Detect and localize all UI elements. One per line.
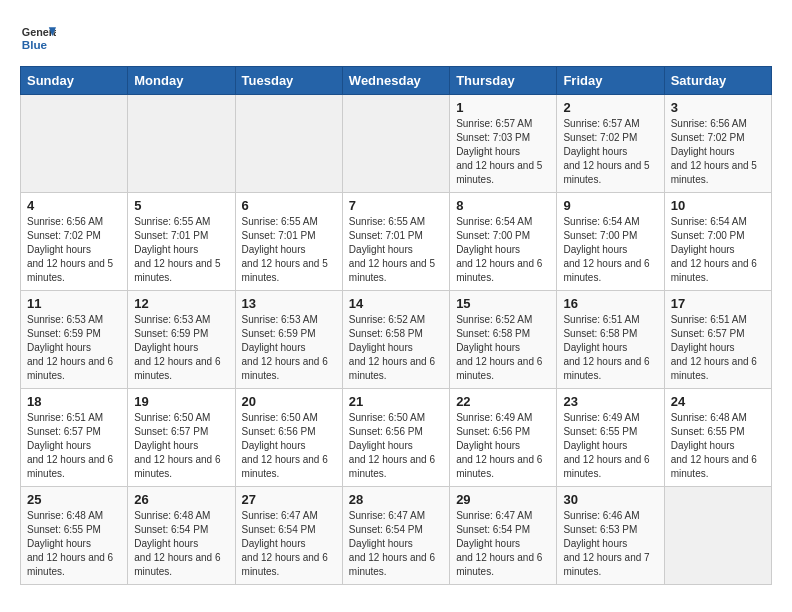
calendar-cell: 6 Sunrise: 6:55 AM Sunset: 7:01 PM Dayli…	[235, 193, 342, 291]
day-info: Sunrise: 6:53 AM Sunset: 6:59 PM Dayligh…	[242, 313, 336, 383]
calendar-cell: 14 Sunrise: 6:52 AM Sunset: 6:58 PM Dayl…	[342, 291, 449, 389]
day-number: 28	[349, 492, 443, 507]
calendar-cell: 13 Sunrise: 6:53 AM Sunset: 6:59 PM Dayl…	[235, 291, 342, 389]
calendar-cell: 20 Sunrise: 6:50 AM Sunset: 6:56 PM Dayl…	[235, 389, 342, 487]
day-number: 18	[27, 394, 121, 409]
day-info: Sunrise: 6:47 AM Sunset: 6:54 PM Dayligh…	[456, 509, 550, 579]
day-number: 21	[349, 394, 443, 409]
day-number: 16	[563, 296, 657, 311]
day-info: Sunrise: 6:53 AM Sunset: 6:59 PM Dayligh…	[27, 313, 121, 383]
day-info: Sunrise: 6:55 AM Sunset: 7:01 PM Dayligh…	[349, 215, 443, 285]
day-number: 5	[134, 198, 228, 213]
day-info: Sunrise: 6:55 AM Sunset: 7:01 PM Dayligh…	[242, 215, 336, 285]
calendar-table: SundayMondayTuesdayWednesdayThursdayFrid…	[20, 66, 772, 585]
calendar-cell: 28 Sunrise: 6:47 AM Sunset: 6:54 PM Dayl…	[342, 487, 449, 585]
logo-icon: General Blue	[20, 20, 56, 56]
calendar-cell: 8 Sunrise: 6:54 AM Sunset: 7:00 PM Dayli…	[450, 193, 557, 291]
day-info: Sunrise: 6:49 AM Sunset: 6:55 PM Dayligh…	[563, 411, 657, 481]
column-header-thursday: Thursday	[450, 67, 557, 95]
day-number: 15	[456, 296, 550, 311]
day-number: 12	[134, 296, 228, 311]
calendar-cell: 17 Sunrise: 6:51 AM Sunset: 6:57 PM Dayl…	[664, 291, 771, 389]
day-info: Sunrise: 6:52 AM Sunset: 6:58 PM Dayligh…	[456, 313, 550, 383]
day-info: Sunrise: 6:50 AM Sunset: 6:56 PM Dayligh…	[242, 411, 336, 481]
column-header-saturday: Saturday	[664, 67, 771, 95]
calendar-cell: 27 Sunrise: 6:47 AM Sunset: 6:54 PM Dayl…	[235, 487, 342, 585]
calendar-cell	[664, 487, 771, 585]
day-info: Sunrise: 6:46 AM Sunset: 6:53 PM Dayligh…	[563, 509, 657, 579]
column-header-friday: Friday	[557, 67, 664, 95]
calendar-cell: 29 Sunrise: 6:47 AM Sunset: 6:54 PM Dayl…	[450, 487, 557, 585]
day-number: 30	[563, 492, 657, 507]
day-number: 1	[456, 100, 550, 115]
day-info: Sunrise: 6:47 AM Sunset: 6:54 PM Dayligh…	[349, 509, 443, 579]
calendar-cell: 25 Sunrise: 6:48 AM Sunset: 6:55 PM Dayl…	[21, 487, 128, 585]
day-number: 9	[563, 198, 657, 213]
day-info: Sunrise: 6:56 AM Sunset: 7:02 PM Dayligh…	[27, 215, 121, 285]
calendar-cell	[128, 95, 235, 193]
calendar-cell: 3 Sunrise: 6:56 AM Sunset: 7:02 PM Dayli…	[664, 95, 771, 193]
column-header-wednesday: Wednesday	[342, 67, 449, 95]
day-info: Sunrise: 6:52 AM Sunset: 6:58 PM Dayligh…	[349, 313, 443, 383]
day-info: Sunrise: 6:47 AM Sunset: 6:54 PM Dayligh…	[242, 509, 336, 579]
calendar-cell: 18 Sunrise: 6:51 AM Sunset: 6:57 PM Dayl…	[21, 389, 128, 487]
day-number: 3	[671, 100, 765, 115]
day-number: 25	[27, 492, 121, 507]
day-number: 26	[134, 492, 228, 507]
calendar-cell: 26 Sunrise: 6:48 AM Sunset: 6:54 PM Dayl…	[128, 487, 235, 585]
day-info: Sunrise: 6:48 AM Sunset: 6:55 PM Dayligh…	[27, 509, 121, 579]
day-number: 7	[349, 198, 443, 213]
calendar-cell: 19 Sunrise: 6:50 AM Sunset: 6:57 PM Dayl…	[128, 389, 235, 487]
day-number: 11	[27, 296, 121, 311]
calendar-cell	[235, 95, 342, 193]
day-info: Sunrise: 6:55 AM Sunset: 7:01 PM Dayligh…	[134, 215, 228, 285]
calendar-cell: 1 Sunrise: 6:57 AM Sunset: 7:03 PM Dayli…	[450, 95, 557, 193]
day-info: Sunrise: 6:56 AM Sunset: 7:02 PM Dayligh…	[671, 117, 765, 187]
day-number: 2	[563, 100, 657, 115]
day-info: Sunrise: 6:50 AM Sunset: 6:56 PM Dayligh…	[349, 411, 443, 481]
calendar-week-1: 1 Sunrise: 6:57 AM Sunset: 7:03 PM Dayli…	[21, 95, 772, 193]
page-header: General Blue	[20, 20, 772, 56]
calendar-week-4: 18 Sunrise: 6:51 AM Sunset: 6:57 PM Dayl…	[21, 389, 772, 487]
day-number: 17	[671, 296, 765, 311]
day-number: 4	[27, 198, 121, 213]
day-number: 10	[671, 198, 765, 213]
day-info: Sunrise: 6:51 AM Sunset: 6:57 PM Dayligh…	[671, 313, 765, 383]
calendar-cell: 23 Sunrise: 6:49 AM Sunset: 6:55 PM Dayl…	[557, 389, 664, 487]
day-info: Sunrise: 6:51 AM Sunset: 6:58 PM Dayligh…	[563, 313, 657, 383]
day-info: Sunrise: 6:51 AM Sunset: 6:57 PM Dayligh…	[27, 411, 121, 481]
day-number: 27	[242, 492, 336, 507]
calendar-cell: 2 Sunrise: 6:57 AM Sunset: 7:02 PM Dayli…	[557, 95, 664, 193]
day-info: Sunrise: 6:54 AM Sunset: 7:00 PM Dayligh…	[456, 215, 550, 285]
calendar-cell: 16 Sunrise: 6:51 AM Sunset: 6:58 PM Dayl…	[557, 291, 664, 389]
calendar-cell: 12 Sunrise: 6:53 AM Sunset: 6:59 PM Dayl…	[128, 291, 235, 389]
day-number: 8	[456, 198, 550, 213]
calendar-cell	[342, 95, 449, 193]
calendar-cell	[21, 95, 128, 193]
calendar-cell: 7 Sunrise: 6:55 AM Sunset: 7:01 PM Dayli…	[342, 193, 449, 291]
day-number: 22	[456, 394, 550, 409]
calendar-cell: 9 Sunrise: 6:54 AM Sunset: 7:00 PM Dayli…	[557, 193, 664, 291]
calendar-cell: 10 Sunrise: 6:54 AM Sunset: 7:00 PM Dayl…	[664, 193, 771, 291]
day-number: 24	[671, 394, 765, 409]
day-number: 20	[242, 394, 336, 409]
day-number: 6	[242, 198, 336, 213]
day-info: Sunrise: 6:54 AM Sunset: 7:00 PM Dayligh…	[563, 215, 657, 285]
calendar-cell: 22 Sunrise: 6:49 AM Sunset: 6:56 PM Dayl…	[450, 389, 557, 487]
calendar-cell: 30 Sunrise: 6:46 AM Sunset: 6:53 PM Dayl…	[557, 487, 664, 585]
day-info: Sunrise: 6:53 AM Sunset: 6:59 PM Dayligh…	[134, 313, 228, 383]
day-number: 29	[456, 492, 550, 507]
calendar-week-5: 25 Sunrise: 6:48 AM Sunset: 6:55 PM Dayl…	[21, 487, 772, 585]
day-info: Sunrise: 6:50 AM Sunset: 6:57 PM Dayligh…	[134, 411, 228, 481]
calendar-week-2: 4 Sunrise: 6:56 AM Sunset: 7:02 PM Dayli…	[21, 193, 772, 291]
day-info: Sunrise: 6:57 AM Sunset: 7:02 PM Dayligh…	[563, 117, 657, 187]
calendar-cell: 5 Sunrise: 6:55 AM Sunset: 7:01 PM Dayli…	[128, 193, 235, 291]
day-number: 19	[134, 394, 228, 409]
column-header-tuesday: Tuesday	[235, 67, 342, 95]
day-info: Sunrise: 6:48 AM Sunset: 6:55 PM Dayligh…	[671, 411, 765, 481]
logo: General Blue	[20, 20, 56, 56]
calendar-cell: 21 Sunrise: 6:50 AM Sunset: 6:56 PM Dayl…	[342, 389, 449, 487]
column-header-sunday: Sunday	[21, 67, 128, 95]
day-info: Sunrise: 6:57 AM Sunset: 7:03 PM Dayligh…	[456, 117, 550, 187]
day-info: Sunrise: 6:49 AM Sunset: 6:56 PM Dayligh…	[456, 411, 550, 481]
